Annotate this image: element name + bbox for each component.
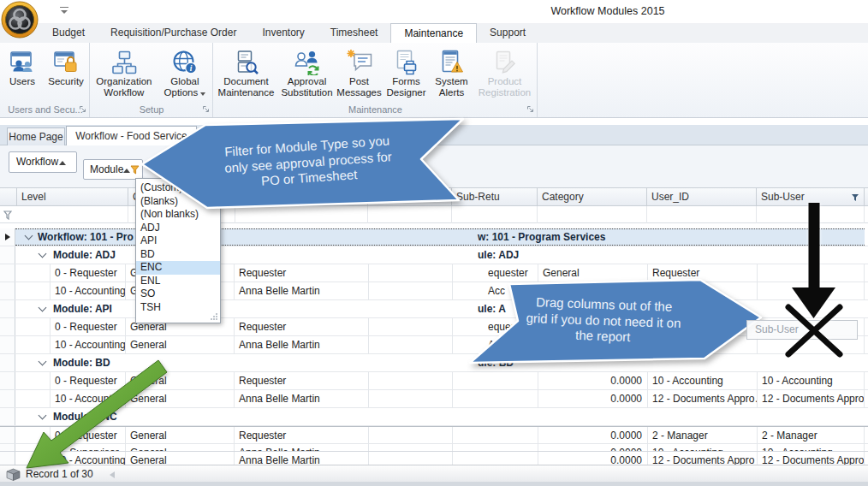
record-count-annotation-arrow bbox=[0, 0, 868, 486]
app-window: Workflow Modules 2015 BudgetRequisition/… bbox=[0, 0, 868, 486]
